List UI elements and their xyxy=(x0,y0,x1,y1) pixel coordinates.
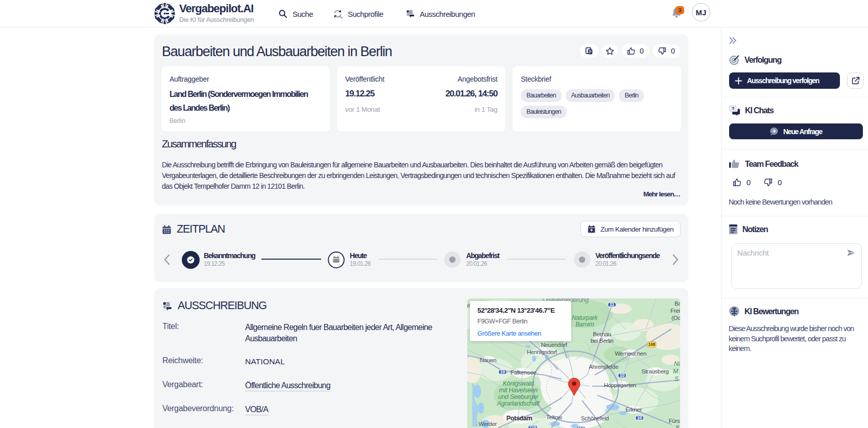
svg-text:Hoppegarten: Hoppegarten xyxy=(604,382,636,388)
svg-text:Werneuchen: Werneuchen xyxy=(615,350,646,357)
svg-text:115: 115 xyxy=(529,425,537,428)
svg-text:Agrarlandschaft: Agrarlandschaft xyxy=(496,400,540,407)
svg-text:Ba: Ba xyxy=(674,300,680,307)
svg-text:Erkner: Erkner xyxy=(625,407,642,413)
svg-text:Königswald: Königswald xyxy=(503,380,535,387)
svg-text:Potsdam: Potsdam xyxy=(507,415,533,422)
svg-text:bei Berlin: bei Berlin xyxy=(591,338,614,344)
svg-text:Barnim: Barnim xyxy=(575,321,594,328)
svg-text:M: M xyxy=(673,368,678,375)
svg-text:10: 10 xyxy=(620,373,625,378)
svg-text:Freien: Freien xyxy=(670,308,680,314)
svg-text:116: 116 xyxy=(577,426,585,428)
svg-text:Na: Na xyxy=(674,360,680,367)
svg-text:Naturpark: Naturpark xyxy=(572,314,598,321)
svg-text:Ahrensfelde: Ahrensfelde xyxy=(589,364,618,370)
svg-text:S: S xyxy=(676,424,680,428)
svg-text:Strausberg: Strausberg xyxy=(641,368,668,374)
svg-text:168: 168 xyxy=(648,342,655,347)
svg-text:S: S xyxy=(674,375,679,383)
svg-text:(Oc: (Oc xyxy=(671,315,680,321)
svg-text:Bernau: Bernau xyxy=(593,331,611,337)
svg-text:Werder: Werder xyxy=(478,421,497,427)
svg-text:Teltow: Teltow xyxy=(546,414,563,420)
svg-text:10: 10 xyxy=(637,415,642,420)
svg-text:Schönefeld: Schönefeld xyxy=(581,415,609,421)
svg-text:mit Havelseen: mit Havelseen xyxy=(499,387,538,394)
svg-text:Falkensee: Falkensee xyxy=(511,369,536,375)
svg-text:Neuendorf: Neuendorf xyxy=(541,342,567,348)
svg-text:10: 10 xyxy=(500,369,505,374)
svg-text:11: 11 xyxy=(610,302,614,307)
svg-text:Fürst: Fürst xyxy=(669,418,680,424)
svg-text:und Seeburger: und Seeburger xyxy=(498,393,539,400)
svg-text:Nauen: Nauen xyxy=(480,357,496,363)
svg-text:Hennigsdorf: Hennigsdorf xyxy=(527,349,558,355)
